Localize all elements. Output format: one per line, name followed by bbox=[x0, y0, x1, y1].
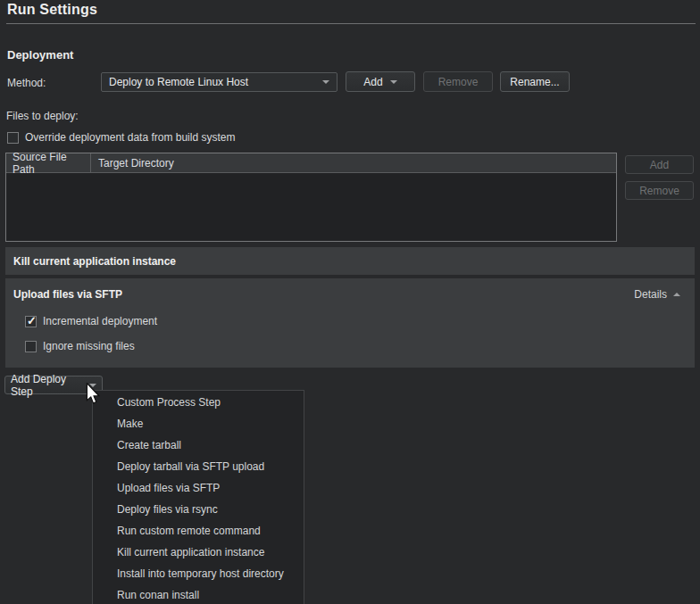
details-label: Details bbox=[634, 288, 667, 301]
ignore-missing-files-checkbox[interactable] bbox=[25, 341, 37, 352]
method-remove-label: Remove bbox=[438, 76, 479, 88]
files-remove-button[interactable]: Remove bbox=[625, 181, 694, 200]
files-table-header: Source File Path Target Directory bbox=[6, 153, 616, 173]
method-rename-label: Rename... bbox=[510, 76, 559, 88]
method-label: Method: bbox=[7, 77, 46, 89]
chevron-down-icon bbox=[390, 80, 397, 84]
incremental-deployment-checkbox[interactable] bbox=[25, 316, 37, 327]
files-remove-label: Remove bbox=[639, 185, 679, 197]
files-table-body[interactable] bbox=[6, 173, 616, 241]
files-to-deploy-table[interactable]: Source File Path Target Directory bbox=[5, 153, 617, 242]
method-rename-button[interactable]: Rename... bbox=[500, 71, 570, 92]
menu-item-deploy-tarball-via-sftp-upload[interactable]: Deploy tarball via SFTP upload bbox=[93, 456, 304, 477]
deployment-heading: Deployment bbox=[7, 48, 73, 62]
menu-item-upload-files-via-sftp[interactable]: Upload files via SFTP bbox=[93, 477, 304, 499]
files-add-label: Add bbox=[650, 159, 669, 171]
menu-item-custom-process-step[interactable]: Custom Process Step bbox=[93, 392, 304, 413]
menu-item-create-tarball[interactable]: Create tarball bbox=[93, 434, 304, 456]
menu-item-run-conan-install[interactable]: Run conan install bbox=[93, 584, 304, 604]
method-add-button[interactable]: Add bbox=[346, 71, 415, 92]
details-toggle[interactable]: Details bbox=[634, 288, 680, 301]
files-add-button[interactable]: Add bbox=[625, 155, 694, 174]
step-upload-files-panel: Upload files via SFTP Details Incrementa… bbox=[5, 278, 695, 368]
ignore-missing-files-label[interactable]: Ignore missing files bbox=[43, 340, 135, 352]
menu-item-kill-current-application-instance[interactable]: Kill current application instance bbox=[93, 542, 304, 563]
override-deployment-checkbox[interactable] bbox=[7, 132, 19, 144]
incremental-deployment-row: Incremental deployment bbox=[25, 315, 157, 327]
title-divider bbox=[6, 23, 696, 24]
step-upload-title: Upload files via SFTP bbox=[13, 288, 122, 301]
method-combobox-value: Deploy to Remote Linux Host bbox=[109, 76, 322, 88]
step-kill-title: Kill current application instance bbox=[13, 255, 176, 268]
column-header-source-file-path: Source File Path bbox=[6, 151, 90, 176]
page-title: Run Settings bbox=[7, 2, 97, 18]
menu-item-install-into-temporary-host-directory[interactable]: Install into temporary host directory bbox=[93, 563, 304, 584]
mouse-cursor-icon bbox=[86, 383, 100, 405]
override-deployment-row: Override deployment data from build syst… bbox=[7, 131, 235, 144]
add-deploy-step-menu: Custom Process Step Make Create tarball … bbox=[92, 390, 304, 604]
menu-item-deploy-files-via-rsync[interactable]: Deploy files via rsync bbox=[93, 499, 304, 520]
run-settings-page: Run Settings Deployment Method: Deploy t… bbox=[0, 0, 700, 604]
method-add-label: Add bbox=[363, 76, 382, 88]
step-kill-current-application-bar[interactable]: Kill current application instance bbox=[5, 247, 695, 275]
incremental-deployment-label[interactable]: Incremental deployment bbox=[43, 315, 157, 327]
method-combobox[interactable]: Deploy to Remote Linux Host bbox=[101, 72, 338, 92]
method-remove-button[interactable]: Remove bbox=[423, 71, 493, 92]
override-deployment-label[interactable]: Override deployment data from build syst… bbox=[25, 131, 235, 144]
ignore-missing-files-row: Ignore missing files bbox=[25, 340, 135, 352]
chevron-down-icon bbox=[322, 80, 329, 84]
files-to-deploy-label: Files to deploy: bbox=[6, 110, 79, 122]
chevron-up-icon bbox=[673, 293, 680, 296]
menu-item-run-custom-remote-command[interactable]: Run custom remote command bbox=[93, 520, 304, 542]
menu-item-make[interactable]: Make bbox=[93, 413, 304, 434]
add-deploy-step-label: Add Deploy Step bbox=[11, 373, 86, 398]
column-header-target-directory: Target Directory bbox=[91, 157, 616, 170]
